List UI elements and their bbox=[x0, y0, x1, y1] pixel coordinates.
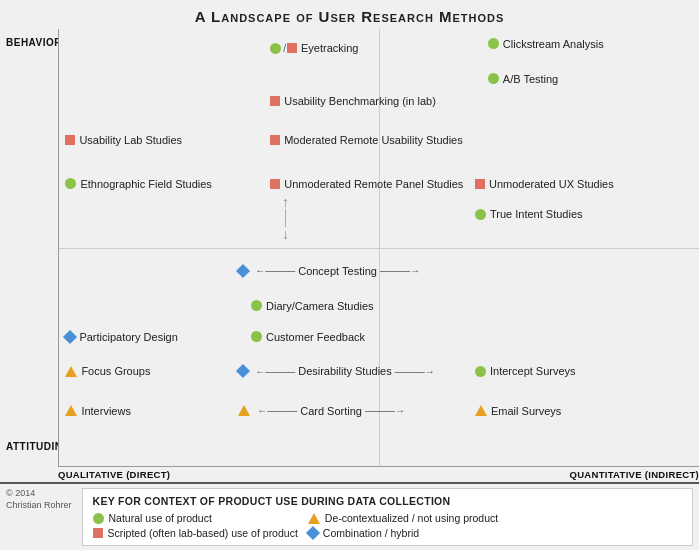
diamond-icon bbox=[236, 364, 250, 378]
chart-wrapper: BEHAVIORAL ATTITUDINAL ↑ ↓ / bbox=[0, 29, 699, 482]
key-box: KEY FOR CONTEXT OF PRODUCT USE DURING DA… bbox=[82, 488, 693, 546]
y-axis-labels: BEHAVIORAL ATTITUDINAL bbox=[0, 29, 58, 482]
key-col-right: De-contextualized / not using product Co… bbox=[308, 512, 498, 539]
item-moderated-remote: Moderated Remote Usability Studies bbox=[270, 134, 463, 146]
item-ethnographic: Ethnographic Field Studies bbox=[65, 178, 211, 190]
square-icon bbox=[65, 135, 75, 145]
label-participatory: Participatory Design bbox=[79, 331, 177, 343]
circle-icon bbox=[488, 38, 499, 49]
circle-icon bbox=[65, 178, 76, 189]
item-diary-camera: Diary/Camera Studies bbox=[251, 300, 374, 312]
label-true-intent: True Intent Studies bbox=[490, 208, 583, 220]
square-icon bbox=[93, 528, 103, 538]
key-label-natural: Natural use of product bbox=[109, 512, 212, 524]
item-usability-lab: Usability Lab Studies bbox=[65, 134, 182, 146]
item-true-intent: True Intent Studies bbox=[475, 208, 583, 220]
item-desirability: ←——— Desirability Studies ———→ bbox=[238, 365, 438, 377]
label-ethnographic: Ethnographic Field Studies bbox=[80, 178, 211, 190]
key-items: Natural use of product Scripted (often l… bbox=[93, 512, 682, 539]
triangle-icon bbox=[308, 513, 320, 524]
label-diary-camera: Diary/Camera Studies bbox=[266, 300, 374, 312]
label-usability-lab: Usability Lab Studies bbox=[79, 134, 182, 146]
label-concept-testing: Concept Testing bbox=[298, 265, 377, 277]
x-axis-right: QUANTITATIVE (INDIRECT) bbox=[569, 469, 699, 480]
chart-area: ↑ ↓ / Eyetracking Clickstream An bbox=[58, 29, 699, 467]
triangle-icon bbox=[65, 366, 77, 377]
item-eyetracking: / Eyetracking bbox=[270, 42, 358, 54]
diamond-icon bbox=[236, 264, 250, 278]
circle-icon bbox=[270, 43, 281, 54]
footer-col: © 2014 Christian Rohrer bbox=[0, 484, 76, 511]
item-interviews: Interviews bbox=[65, 405, 131, 417]
item-customer-feedback: Customer Feedback bbox=[251, 331, 365, 343]
item-card-sorting: ←——— Card Sorting ———→ bbox=[238, 405, 408, 417]
horizontal-divider bbox=[59, 248, 699, 249]
square-icon bbox=[270, 135, 280, 145]
triangle-icon bbox=[475, 405, 487, 416]
key-label-combination: Combination / hybrid bbox=[323, 527, 419, 539]
circle-icon bbox=[488, 73, 499, 84]
label-customer-feedback: Customer Feedback bbox=[266, 331, 365, 343]
label-unmoderated-ux: Unmoderated UX Studies bbox=[489, 178, 614, 190]
circle-icon bbox=[251, 300, 262, 311]
label-moderated-remote: Moderated Remote Usability Studies bbox=[284, 134, 463, 146]
vertical-arrow: ↑ ↓ bbox=[282, 195, 289, 241]
item-participatory: Participatory Design bbox=[65, 331, 177, 343]
circle-icon bbox=[475, 366, 486, 377]
item-ab-testing: A/B Testing bbox=[488, 73, 558, 85]
x-axis-left: QUALITATIVE (DIRECT) bbox=[58, 469, 170, 480]
item-intercept-surveys: Intercept Surveys bbox=[475, 365, 576, 377]
key-item-decontextualized: De-contextualized / not using product bbox=[308, 512, 498, 524]
item-concept-testing: ←——— Concept Testing ———→ bbox=[238, 265, 423, 277]
label-interviews: Interviews bbox=[81, 405, 131, 417]
label-focus-groups: Focus Groups bbox=[81, 365, 150, 377]
main-container: A Landscape of User Research Methods BEH… bbox=[0, 0, 699, 550]
label-desirability: Desirability Studies bbox=[298, 365, 392, 377]
item-email-surveys: Email Surveys bbox=[475, 405, 561, 417]
label-ab-testing: A/B Testing bbox=[503, 73, 558, 85]
circle-icon bbox=[475, 209, 486, 220]
title-area: A Landscape of User Research Methods bbox=[0, 0, 699, 29]
x-axis-row: QUALITATIVE (DIRECT) QUANTITATIVE (INDIR… bbox=[58, 467, 699, 482]
key-label-scripted: Scripted (often lab-based) use of produc… bbox=[108, 527, 298, 539]
square-icon bbox=[475, 179, 485, 189]
bottom-section: © 2014 Christian Rohrer KEY FOR CONTEXT … bbox=[0, 482, 699, 550]
square-icon bbox=[270, 96, 280, 106]
item-unmoderated-remote: Unmoderated Remote Panel Studies bbox=[270, 178, 463, 190]
triangle-icon bbox=[238, 405, 250, 416]
diamond-icon bbox=[63, 329, 77, 343]
page-title: A Landscape of User Research Methods bbox=[10, 8, 689, 25]
key-label-decontextualized: De-contextualized / not using product bbox=[325, 512, 498, 524]
square-icon bbox=[287, 43, 297, 53]
label-eyetracking: Eyetracking bbox=[301, 42, 358, 54]
key-item-combination: Combination / hybrid bbox=[308, 527, 498, 539]
key-col-left: Natural use of product Scripted (often l… bbox=[93, 512, 298, 539]
footer-note: © 2014 Christian Rohrer bbox=[6, 488, 72, 510]
triangle-icon bbox=[65, 405, 77, 416]
label-usability-bench: Usability Benchmarking (in lab) bbox=[284, 95, 436, 107]
label-email-surveys: Email Surveys bbox=[491, 405, 561, 417]
diamond-icon bbox=[306, 526, 320, 540]
dual-icon-eyetracking: / bbox=[270, 43, 297, 54]
circle-icon bbox=[251, 331, 262, 342]
circle-icon bbox=[93, 513, 104, 524]
item-focus-groups: Focus Groups bbox=[65, 365, 150, 377]
bottom-wrapper: © 2014 Christian Rohrer KEY FOR CONTEXT … bbox=[0, 484, 699, 550]
key-title: KEY FOR CONTEXT OF PRODUCT USE DURING DA… bbox=[93, 495, 682, 507]
label-unmoderated-remote: Unmoderated Remote Panel Studies bbox=[284, 178, 463, 190]
item-unmoderated-ux: Unmoderated UX Studies bbox=[475, 178, 614, 190]
label-card-sorting: Card Sorting bbox=[300, 405, 362, 417]
key-item-scripted: Scripted (often lab-based) use of produc… bbox=[93, 527, 298, 539]
item-clickstream: Clickstream Analysis bbox=[488, 38, 604, 50]
label-intercept-surveys: Intercept Surveys bbox=[490, 365, 576, 377]
key-item-natural: Natural use of product bbox=[93, 512, 298, 524]
item-usability-bench: Usability Benchmarking (in lab) bbox=[270, 95, 436, 107]
label-clickstream: Clickstream Analysis bbox=[503, 38, 604, 50]
square-icon bbox=[270, 179, 280, 189]
